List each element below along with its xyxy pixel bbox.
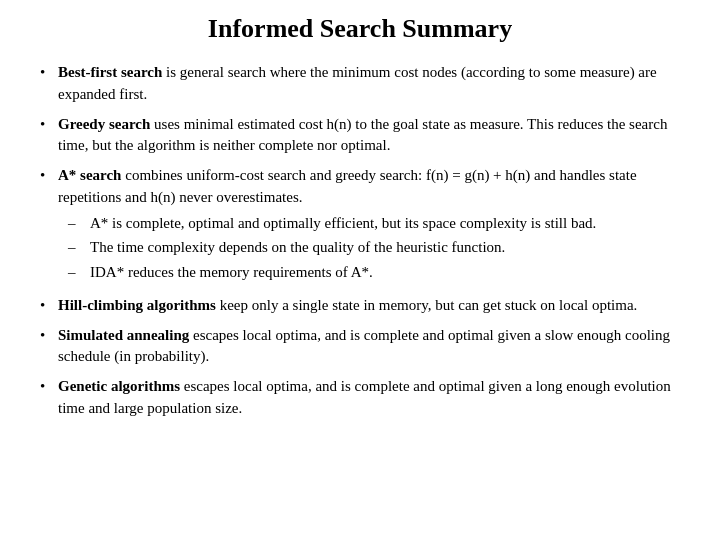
sub-list-item: – The time complexity depends on the qua… (68, 237, 680, 259)
bullet-icon: • (40, 325, 58, 347)
item-bold: Simulated annealing (58, 327, 189, 343)
sub-item-text: A* is complete, optimal and optimally ef… (90, 213, 680, 235)
list-item: • Genetic algorithms escapes local optim… (40, 376, 680, 420)
content-area: • Best-first search is general search wh… (40, 62, 680, 420)
sub-item-text: IDA* reduces the memory requirements of … (90, 262, 680, 284)
item-bold: Best-first search (58, 64, 162, 80)
main-list: • Best-first search is general search wh… (40, 62, 680, 420)
item-text: Best-first search is general search wher… (58, 62, 680, 106)
item-text: A* search combines uniform-cost search a… (58, 165, 680, 287)
sub-list: – A* is complete, optimal and optimally … (68, 213, 680, 284)
item-text: Genetic algorithms escapes local optima,… (58, 376, 680, 420)
item-text: Simulated annealing escapes local optima… (58, 325, 680, 369)
bullet-icon: • (40, 376, 58, 398)
item-text: Greedy search uses minimal estimated cos… (58, 114, 680, 158)
item-text: Hill-climbing algorithms keep only a sin… (58, 295, 680, 317)
sub-list-item: – IDA* reduces the memory requirements o… (68, 262, 680, 284)
sub-item-text: The time complexity depends on the quali… (90, 237, 680, 259)
list-item: • Best-first search is general search wh… (40, 62, 680, 106)
item-bold: Genetic algorithms (58, 378, 180, 394)
sub-list-item: – A* is complete, optimal and optimally … (68, 213, 680, 235)
page-title: Informed Search Summary (40, 10, 680, 44)
bullet-icon: • (40, 295, 58, 317)
item-bold: Greedy search (58, 116, 150, 132)
list-item: • Greedy search uses minimal estimated c… (40, 114, 680, 158)
page: Informed Search Summary • Best-first sea… (0, 0, 720, 540)
bullet-icon: • (40, 62, 58, 84)
dash-icon: – (68, 262, 90, 284)
bullet-icon: • (40, 114, 58, 136)
dash-icon: – (68, 237, 90, 259)
bullet-icon: • (40, 165, 58, 187)
list-item: • Simulated annealing escapes local opti… (40, 325, 680, 369)
item-bold: Hill-climbing algorithms (58, 297, 216, 313)
list-item: • A* search combines uniform-cost search… (40, 165, 680, 287)
dash-icon: – (68, 213, 90, 235)
item-bold: A* search (58, 167, 121, 183)
list-item: • Hill-climbing algorithms keep only a s… (40, 295, 680, 317)
